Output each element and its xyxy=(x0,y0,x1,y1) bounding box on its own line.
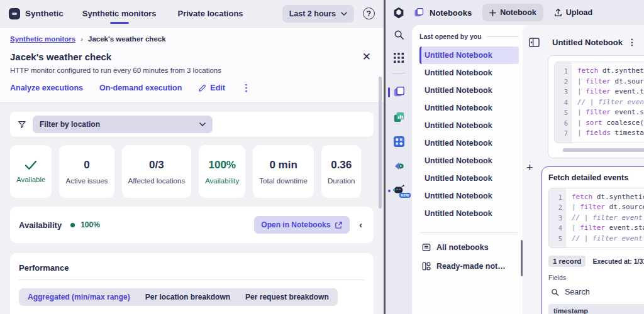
line-number: 7 xyxy=(555,128,568,139)
dashboards-icon[interactable] xyxy=(386,111,412,123)
open-external-icon xyxy=(335,221,343,229)
new-notebook-label: Notebook xyxy=(500,8,536,17)
copilot-icon[interactable]: NEW xyxy=(386,185,412,196)
on-demand-execution-button[interactable]: On-demand execution xyxy=(99,84,182,92)
notebook-list: Untitled NotebookUntitled NotebookUntitl… xyxy=(419,46,519,222)
line-number: 2 xyxy=(555,77,568,87)
collapse-section-icon[interactable]: ‹ xyxy=(359,220,362,230)
notebook-list-item[interactable]: Untitled Notebook xyxy=(419,152,519,170)
notebook-list-item[interactable]: Untitled Notebook xyxy=(419,64,519,82)
code-line: // | filter event xyxy=(572,234,644,244)
clouds-app-icon[interactable] xyxy=(386,136,412,148)
stat-card: 100%Availability xyxy=(199,145,245,198)
filter-bar: Filter by location xyxy=(10,112,374,137)
notebook-list-item[interactable]: Untitled Notebook xyxy=(419,46,519,64)
stat-label: Duration xyxy=(328,177,355,185)
stat-card: 0.36Duration xyxy=(321,145,361,198)
status-dot-icon xyxy=(70,223,75,227)
notebook-more-options-icon[interactable]: ⋮ xyxy=(628,37,636,47)
cell-title: Fetch detailed events xyxy=(548,173,644,182)
sidebar-item-all-notebooks[interactable]: All notebooks xyxy=(419,238,519,257)
apps-grid-icon[interactable] xyxy=(386,53,412,63)
line-number: 6 xyxy=(555,118,568,129)
divider xyxy=(19,279,365,280)
notebook-main: Untitled Notebook ⋮ 1234567 fetch dt.syn… xyxy=(523,25,644,314)
stat-label: Available xyxy=(16,176,45,183)
stat-value xyxy=(25,160,37,170)
fields-search-input[interactable]: Search xyxy=(548,288,644,296)
upload-label: Upload xyxy=(566,8,592,17)
stat-value: 0 xyxy=(84,159,89,171)
notebook-list-item[interactable]: Untitled Notebook xyxy=(419,187,519,205)
help-icon[interactable]: ? xyxy=(363,8,375,19)
stat-card: 0Active issues xyxy=(59,145,114,198)
topbar-tab-synthetic-monitors[interactable]: Synthetic monitors xyxy=(82,9,157,18)
line-number: 4 xyxy=(555,97,568,108)
vertical-scrollbar[interactable] xyxy=(379,77,382,208)
notebook-list-item[interactable]: Untitled Notebook xyxy=(419,99,519,117)
stat-label: Active issues xyxy=(65,177,108,185)
code-line: | filter event.type xyxy=(577,87,644,97)
code-editor[interactable]: 1234567 fetch dt.synthetic| filter dt.so… xyxy=(554,62,644,143)
code-line: fetch dt.synthetic xyxy=(577,66,644,77)
filter-by-location-dropdown[interactable]: Filter by location xyxy=(33,116,213,133)
filter-icon xyxy=(18,120,26,129)
notebook-cell[interactable]: 1234567 fetch dt.synthetic| filter dt.so… xyxy=(548,55,644,158)
add-cell-button[interactable]: + xyxy=(526,162,533,173)
notebook-cell-selected[interactable]: Fetch detailed events 12345 fetch dt.syn… xyxy=(541,166,644,314)
notebooks-rail-icon[interactable] xyxy=(386,86,412,99)
performance-tab-per-request-breakdown[interactable]: Per request breakdown xyxy=(238,293,336,301)
ready-made-icon xyxy=(422,262,431,271)
notebooks-content: Last opened by you Untitled NotebookUnti… xyxy=(412,25,644,314)
open-in-notebooks-button[interactable]: Open in Notebooks xyxy=(254,216,350,234)
section-label: Last opened by you xyxy=(419,33,482,40)
breadcrumb-current: Jacek's weather check xyxy=(88,35,166,43)
stat-card: 0/3Affected locations xyxy=(122,145,192,198)
timeframe-selector[interactable]: Last 2 hours xyxy=(282,5,354,23)
all-notebooks-label: All notebooks xyxy=(436,243,489,252)
horizontal-scrollbar[interactable] xyxy=(563,148,644,152)
stat-label: Availability xyxy=(205,177,239,185)
synthetic-app-brand[interactable]: Synthetic xyxy=(9,8,64,19)
more-options-icon[interactable]: ⋮ xyxy=(242,82,251,94)
notebook-list-item[interactable]: Untitled Notebook xyxy=(419,205,519,222)
notebooks-sidebar: Last opened by you Untitled NotebookUnti… xyxy=(412,25,523,314)
notebook-list-item[interactable]: Untitled Notebook xyxy=(419,82,519,99)
field-item-timestamp[interactable]: timestamp xyxy=(548,304,644,314)
kubernetes-app-icon[interactable] xyxy=(386,160,412,172)
edit-button[interactable]: Edit xyxy=(198,84,225,92)
code-line: | filter dt.source xyxy=(577,77,644,87)
code-line: | filter dt.source xyxy=(572,202,644,213)
breadcrumb-link[interactable]: Synthetic monitors xyxy=(10,35,75,43)
pencil-icon xyxy=(198,84,206,92)
notebooks-column: Notebooks Notebook Upload Last opened by… xyxy=(412,0,644,314)
chevron-down-icon xyxy=(199,122,206,126)
performance-panel: Performance Aggregated (min/max range)Pe… xyxy=(10,253,374,314)
notebook-list-item[interactable]: Untitled Notebook xyxy=(419,170,519,187)
stat-value: 0 min xyxy=(269,159,297,171)
stat-value: 0/3 xyxy=(149,159,164,171)
performance-tab-aggregated-min-max-range-[interactable]: Aggregated (min/max range) xyxy=(20,293,138,301)
code-line: fetch dt.synthetic xyxy=(572,192,644,203)
new-notebook-button[interactable]: Notebook xyxy=(482,4,543,21)
app-rail: NEW xyxy=(386,0,412,314)
topbar-tabs: Synthetic monitorsPrivate locations xyxy=(82,9,243,18)
analyze-executions-button[interactable]: Analyze executions xyxy=(10,84,83,92)
topbar-tab-private-locations[interactable]: Private locations xyxy=(178,9,243,18)
stat-label: Affected locations xyxy=(128,177,186,185)
performance-tab-per-location-breakdown[interactable]: Per location breakdown xyxy=(138,293,238,301)
code-lines: fetch dt.synthetic| filter dt.source| fi… xyxy=(572,62,644,143)
sidebar-item-ready-made[interactable]: Ready-made not… xyxy=(419,257,519,276)
close-icon[interactable]: ✕ xyxy=(362,51,371,62)
notebook-list-item[interactable]: Untitled Notebook xyxy=(419,117,519,134)
upload-button[interactable]: Upload xyxy=(554,8,592,17)
notebook-list-item[interactable]: Untitled Notebook xyxy=(419,134,519,152)
dynatrace-logo-icon[interactable] xyxy=(386,6,412,19)
stat-value: 0.36 xyxy=(331,159,352,171)
collapse-panel-icon[interactable] xyxy=(529,38,540,47)
executed-at-text: Executed at: 1/31/ xyxy=(592,257,644,265)
search-icon[interactable] xyxy=(386,30,412,40)
line-number: 2 xyxy=(549,202,562,213)
performance-title: Performance xyxy=(19,263,365,273)
code-editor[interactable]: 12345 fetch dt.synthetic| filter dt.sour… xyxy=(548,188,644,249)
